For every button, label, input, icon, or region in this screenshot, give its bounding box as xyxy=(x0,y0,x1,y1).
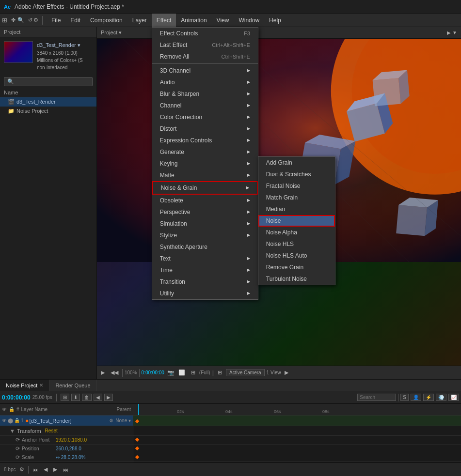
menu-window[interactable]: Window xyxy=(234,14,264,27)
tab-render-queue[interactable]: Render Queue xyxy=(49,380,96,391)
home-btn[interactable]: ⏮ xyxy=(31,466,40,474)
position-value: 360.0,288.0 xyxy=(56,446,81,451)
layer-eye[interactable]: 👁 xyxy=(2,418,7,423)
matte-item[interactable]: Matte xyxy=(152,169,258,181)
new-comp-btn[interactable]: ⊞ xyxy=(61,394,69,401)
reset-label[interactable]: Reset xyxy=(45,428,58,433)
toolbar-icon: ⊞ xyxy=(2,16,7,24)
end-btn[interactable]: ⏭ xyxy=(61,466,70,474)
synthetic-aperture-item[interactable]: Synthetic Aperture xyxy=(152,241,258,253)
menu-effect[interactable]: Effect Effect Controls F3 Last Effect Ct… xyxy=(152,14,176,27)
graph-editor-btn[interactable]: 📈 xyxy=(448,394,459,401)
region-btn[interactable]: ⬜ xyxy=(176,369,187,377)
viewport-toolbar: ▶ ◀◀ 100% 0:00:00:00 📷 ⬜ ⊞ (Full) | ⊞ Ac… xyxy=(97,366,461,379)
time-mark-8s: 08s xyxy=(322,409,330,414)
import-btn[interactable]: ⬇ xyxy=(71,394,80,401)
vsep2 xyxy=(139,369,140,377)
layer-lock[interactable]: 🔒 xyxy=(14,418,20,423)
channel-item[interactable]: Channel xyxy=(152,100,258,111)
menu-layer[interactable]: Layer xyxy=(127,14,152,27)
solo-btn[interactable]: S xyxy=(400,394,409,401)
remove-all-item[interactable]: Remove All Ctrl+Shift+E xyxy=(152,51,258,62)
next-frame-btn[interactable]: ▶ xyxy=(104,394,113,401)
shy-btn[interactable]: 👤 xyxy=(411,394,421,401)
time-item[interactable]: Time xyxy=(152,264,258,276)
rewind-button[interactable]: ◀◀ xyxy=(109,369,120,377)
play-button[interactable]: ▶ xyxy=(99,369,107,377)
timeline-column-headers: 👁 🔒 # Layer Name Parent xyxy=(0,404,133,415)
layer-solo[interactable]: ⬤ xyxy=(8,418,13,423)
menu-file[interactable]: File xyxy=(47,14,65,27)
project-search[interactable]: 🔍 xyxy=(4,77,93,86)
project-item-folder[interactable]: 📁 Noise Project xyxy=(0,107,96,116)
fractal-noise-item[interactable]: Fractal Noise xyxy=(258,180,335,192)
transition-item[interactable]: Transition xyxy=(152,276,258,288)
stylize-item[interactable]: Stylize xyxy=(152,230,258,241)
play-btn[interactable]: ▶ xyxy=(51,465,59,474)
settings-btn[interactable]: ⚙ xyxy=(17,465,26,474)
search-timeline[interactable] xyxy=(357,394,396,401)
turbulent-noise-item[interactable]: Turbulent Noise xyxy=(258,273,335,285)
menu-help[interactable]: Help xyxy=(264,14,286,27)
camera-label: Active Camera xyxy=(226,369,265,376)
parent-none: None ▾ xyxy=(115,418,131,423)
layer-number: 1 xyxy=(21,418,24,423)
text-item[interactable]: Text xyxy=(152,253,258,264)
menu-edit[interactable]: Edit xyxy=(65,14,85,27)
simulation-item[interactable]: Simulation xyxy=(152,218,258,230)
motion-blur-btn[interactable]: 💨 xyxy=(436,394,446,401)
obsolete-item[interactable]: Obsolete xyxy=(152,195,258,206)
noise-item[interactable]: Noise xyxy=(258,215,335,227)
utility-item[interactable]: Utility xyxy=(152,288,258,299)
transform-row[interactable]: ▼ Transform Reset xyxy=(0,426,133,436)
layer-row-1[interactable]: 👁 ⬤ 🔒 1 ■ [d3_Test_Render] ⚙ None ▾ xyxy=(0,415,133,426)
tab-close-noise[interactable]: ✕ xyxy=(39,383,43,388)
project-item-composition[interactable]: 🎬 d3_Test_Render xyxy=(0,97,96,107)
color-correction-item[interactable]: Color Correction xyxy=(152,111,258,123)
delete-btn[interactable]: 🗑 xyxy=(82,394,92,401)
last-effect-item[interactable]: Last Effect Ctrl+Alt+Shift+E xyxy=(152,39,258,51)
scale-value: ⇔ 28.0,28.0% xyxy=(56,455,85,460)
prev-btn[interactable]: ◀ xyxy=(42,465,49,474)
prev-frame-btn[interactable]: ◀ xyxy=(94,394,102,401)
project-thumbnail-info: d3_Test_Render ▾ 3840 x 2160 (1.00) Mill… xyxy=(37,41,83,71)
noise-hls-item[interactable]: Noise HLS xyxy=(258,238,335,250)
layer-list: 👁 🔒 # Layer Name Parent 👁 ⬤ 🔒 1 ■ [d3_Te… xyxy=(0,404,133,462)
col-parent-header: Parent xyxy=(117,407,131,412)
dust-scratches-item[interactable]: Dust & Scratches xyxy=(258,169,335,180)
project-thumbnail-image xyxy=(4,41,33,63)
match-grain-item[interactable]: Match Grain xyxy=(258,192,335,203)
grid-btn[interactable]: ⊞ xyxy=(189,369,197,377)
noise-hls-auto-item[interactable]: Noise HLS Auto xyxy=(258,250,335,261)
col-layer-name-header: Layer Name xyxy=(21,407,48,412)
noise-grain-item[interactable]: Noise & Grain xyxy=(152,181,258,195)
timecode-main: 0:00:00:00 xyxy=(2,394,31,401)
menu-view[interactable]: View xyxy=(212,14,234,27)
grid-btn2[interactable]: ⊞ xyxy=(216,369,224,377)
3d-channel-item[interactable]: 3D Channel xyxy=(152,65,258,77)
effect-controls-item[interactable]: Effect Controls F3 xyxy=(152,28,258,39)
menu-animation[interactable]: Animation xyxy=(176,14,211,27)
more-btn[interactable]: ▶ xyxy=(283,369,290,377)
effect-dropdown: Effect Controls F3 Last Effect Ctrl+Alt+… xyxy=(152,27,258,300)
frame-blend-btn[interactable]: ⚡ xyxy=(423,394,434,401)
expression-controls-item[interactable]: Expression Controls xyxy=(152,135,258,146)
median-item[interactable]: Median xyxy=(258,203,335,215)
perspective-item[interactable]: Perspective xyxy=(152,206,258,218)
keying-item[interactable]: Keying xyxy=(152,158,258,169)
track-anchor xyxy=(133,436,461,445)
noise-alpha-item[interactable]: Noise Alpha xyxy=(258,227,335,238)
timeline-tabs: Noise Project ✕ Render Queue xyxy=(0,380,461,391)
remove-grain-item[interactable]: Remove Grain xyxy=(258,261,335,273)
audio-item[interactable]: Audio xyxy=(152,77,258,88)
menu-composition[interactable]: Composition xyxy=(85,14,127,27)
tab-noise-project[interactable]: Noise Project ✕ xyxy=(0,380,49,391)
kf-position xyxy=(135,446,139,450)
generate-item[interactable]: Generate xyxy=(152,146,258,158)
project-thumbnail-area: d3_Test_Render ▾ 3840 x 2160 (1.00) Mill… xyxy=(0,37,96,75)
search-icon: 🔍 xyxy=(7,78,14,85)
add-grain-item[interactable]: Add Grain xyxy=(258,157,335,169)
blur-sharpen-item[interactable]: Blur & Sharpen xyxy=(152,88,258,100)
distort-item[interactable]: Distort xyxy=(152,123,258,135)
playhead[interactable] xyxy=(138,404,139,415)
